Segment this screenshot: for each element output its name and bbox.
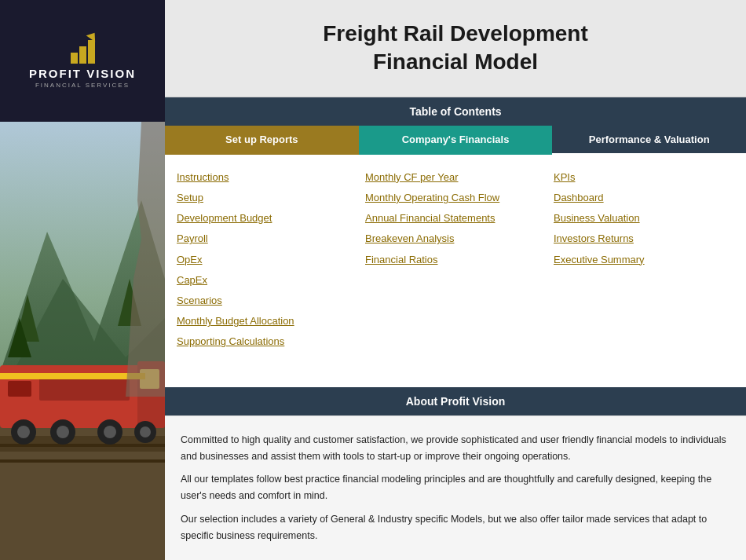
toc-column-financials: Monthly CF per Year Monthly Operating Ca… bbox=[365, 170, 546, 350]
link-instructions[interactable]: Instructions bbox=[177, 170, 357, 185]
link-kpis[interactable]: KPIs bbox=[554, 170, 734, 185]
about-paragraph-3: Our selection includes a variety of Gene… bbox=[181, 511, 730, 545]
svg-point-20 bbox=[140, 426, 151, 437]
svg-point-18 bbox=[104, 426, 116, 438]
tab-setup-reports[interactable]: Set up Reports bbox=[165, 126, 359, 155]
svg-rect-10 bbox=[8, 381, 31, 397]
bar3-icon bbox=[88, 40, 95, 64]
svg-point-14 bbox=[17, 426, 30, 438]
link-breakeven-analysis[interactable]: Breakeven Analysis bbox=[365, 232, 546, 246]
link-business-valuation[interactable]: Business Valuation bbox=[554, 211, 734, 225]
logo-name: PROFIT VISION bbox=[29, 67, 136, 80]
svg-rect-6 bbox=[0, 459, 165, 463]
svg-rect-11 bbox=[39, 377, 130, 401]
toc-column-performance: KPIs Dashboard Business Valuation Invest… bbox=[554, 170, 734, 350]
svg-rect-12 bbox=[0, 373, 145, 379]
logo-graphic bbox=[71, 34, 95, 64]
bar2-icon bbox=[79, 46, 86, 64]
about-header: About Profit Vision bbox=[165, 387, 746, 415]
toc-header: Table of Contents bbox=[165, 97, 746, 126]
app-container: PROFIT VISION FINANCIAL SERVICES bbox=[0, 0, 746, 560]
link-annual-financial-statements[interactable]: Annual Financial Statements bbox=[365, 211, 546, 225]
logo-sub: FINANCIAL SERVICES bbox=[35, 82, 130, 89]
sidebar: PROFIT VISION FINANCIAL SERVICES bbox=[0, 0, 165, 560]
tab-performance-valuation[interactable]: Performance & Valuation bbox=[552, 126, 746, 155]
link-monthly-cf-per-year[interactable]: Monthly CF per Year bbox=[365, 170, 546, 185]
toc-column-setup: Instructions Setup Development Budget Pa… bbox=[177, 170, 357, 350]
bar1-icon bbox=[71, 53, 78, 64]
link-monthly-operating-cash-flow[interactable]: Monthly Operating Cash Flow bbox=[365, 191, 546, 205]
link-executive-summary[interactable]: Executive Summary bbox=[554, 253, 734, 267]
link-financial-ratios[interactable]: Financial Ratios bbox=[365, 253, 546, 267]
logo-area: PROFIT VISION FINANCIAL SERVICES bbox=[0, 0, 165, 122]
link-capex[interactable]: CapEx bbox=[177, 273, 357, 287]
link-dashboard[interactable]: Dashboard bbox=[554, 191, 734, 205]
about-paragraph-1: Committed to high quality and customer s… bbox=[181, 432, 730, 466]
tab-company-financials[interactable]: Company's Financials bbox=[359, 126, 553, 155]
link-supporting-calculations[interactable]: Supporting Calculations bbox=[177, 335, 357, 349]
toc-tabs: Set up Reports Company's Financials Perf… bbox=[165, 126, 746, 155]
link-setup[interactable]: Setup bbox=[177, 191, 357, 205]
about-paragraph-2: All our templates follow best practice f… bbox=[181, 471, 730, 505]
link-scenarios[interactable]: Scenarios bbox=[177, 294, 357, 308]
page-header: Freight Rail Development Financial Model bbox=[165, 0, 746, 97]
train-image bbox=[0, 122, 165, 560]
link-monthly-budget-allocation[interactable]: Monthly Budget Allocation bbox=[177, 314, 357, 328]
link-payroll[interactable]: Payroll bbox=[177, 232, 357, 246]
toc-section: Table of Contents Set up Reports Company… bbox=[165, 97, 746, 560]
page-title: Freight Rail Development Financial Model bbox=[181, 20, 730, 77]
link-opex[interactable]: OpEx bbox=[177, 253, 357, 267]
about-content: Committed to high quality and customer s… bbox=[165, 415, 746, 561]
link-development-budget[interactable]: Development Budget bbox=[177, 211, 357, 225]
toc-links-container: Instructions Setup Development Budget Pa… bbox=[165, 155, 746, 365]
svg-point-16 bbox=[57, 426, 69, 438]
main-content: Freight Rail Development Financial Model… bbox=[165, 0, 746, 560]
link-investors-returns[interactable]: Investors Returns bbox=[554, 232, 734, 246]
